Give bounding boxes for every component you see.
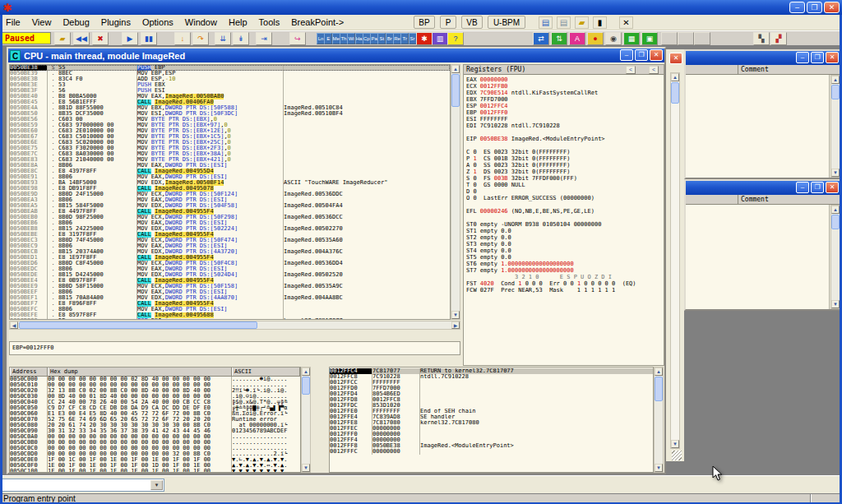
step-into-icon[interactable]: ↓ [174,32,191,45]
cpu-window-titlebar[interactable]: C CPU - main thread, module ImageRed – ❐… [8,49,664,62]
disasm-row[interactable]: 0050BE4A.8B1D 88F55000MOV EBX,DWORD PTR … [10,105,450,111]
scroll-down-button[interactable]: ▼ [451,311,460,319]
scroll-thumb[interactable] [831,215,840,229]
minimize-button[interactable]: – [796,52,809,63]
menu-item-tools[interactable]: Tools [253,16,286,29]
disasm-row[interactable]: 0050BEB6.8B06MOV EAX,DWORD PTR DS:[ESI] [10,220,450,226]
register-row[interactable]: D 0 [464,188,664,195]
menu-item-window[interactable]: Window [179,16,223,29]
disasm-row[interactable]: 0050BEF1.8B15 70A84A00MOV EDX,DWORD PTR … [10,295,450,301]
hidden-window-close-button[interactable]: ✕ [669,53,682,64]
disasm-row[interactable]: 0050BE50.8B35 DCF35000MOV ESI,DWORD PTR … [10,111,450,117]
register-row[interactable]: ESP 0012FFC4 [464,103,664,109]
menu-item-view[interactable]: View [26,16,58,29]
comment-window-1-titlebar[interactable]: – ❐ ✕ [686,51,840,65]
cascade-windows-icon[interactable]: ▞ [770,32,787,45]
dump-row[interactable]: 0050C1001F 00 1F 00 1F 00 1F 00 1F 00 1F… [10,469,300,473]
disasm-row[interactable]: 0050BF03.5EPOP ESIkernel32.7C817077 [10,318,450,320]
scroll-down-button[interactable]: ▼ [831,300,840,308]
scroll-up-button[interactable]: ▲ [831,76,840,84]
disasm-row[interactable]: 0050BEB8.8B15 24225000MOV EDX,DWORD PTR … [10,226,450,232]
disasm-row[interactable]: 0050BED1.E8 1E97F8FFCALL ImageRed.004955… [10,255,450,261]
register-row[interactable]: FCW 027F Prec NEAR,53 Mask 1 1 1 1 1 1 [464,287,664,294]
register-row[interactable]: ST4 empty 0.0 [464,247,664,254]
maximize-button[interactable]: ❐ [807,2,822,13]
toolbar-blank-button[interactable] [694,32,710,45]
menubar-close-button[interactable]: ✕ [619,16,633,29]
register-row[interactable]: ESI FFFFFFFF [464,116,664,123]
disasm-row[interactable]: 0050BEC3.8B0D 74F45000MOV ECX,DWORD PTR … [10,238,450,243]
folder-icon[interactable]: ▰ [575,16,589,29]
disassembly-pane[interactable]: 0050BE38$55PUSH EBP0050BE39.8BECMOV EBP,… [9,64,451,320]
disasm-row[interactable]: 0050BEA5.8B15 584F5000MOV EDX,DWORD PTR … [10,203,450,209]
calculator-icon[interactable]: ▦ [623,32,640,45]
disasm-row[interactable]: 0050BE45.E8 56B1EFFFCALL ImageRed.00406F… [10,99,450,105]
scroll-thumb[interactable] [655,377,663,401]
console-icon[interactable]: ▮ [593,16,607,29]
disasm-row[interactable]: 0050BE3F.56PUSH ESI [10,88,450,94]
toolbar-blank-button[interactable] [678,32,694,45]
record-icon[interactable]: ● [587,32,604,45]
register-row[interactable]: EDI 7C910228 ntdll.7C910228 [464,123,664,129]
sort-icon[interactable]: ⇅ [551,32,567,45]
comment-window-2-body[interactable] [686,205,830,309]
disasm-row[interactable]: 0050BE75.C683 F3020000 00MOV BYTE PTR DS… [10,146,450,151]
menu-item-help[interactable]: Help [223,16,253,29]
column-header-comment[interactable]: Comment [738,195,840,204]
registers-next-button[interactable]: < [649,66,659,74]
disasm-row[interactable]: 0050BE6E.C683 5C020000 00MOV BYTE PTR DS… [10,140,450,146]
animate-over-icon[interactable]: ↡ [233,32,249,45]
disassembly-vscrollbar[interactable]: ▲ ▼ [451,64,460,320]
register-row[interactable]: S 0 FS 003B 32bit 7FFDF000(FFF) [464,175,664,182]
scroll-down-button[interactable]: ▼ [302,464,310,472]
scroll-thumb[interactable] [831,85,840,99]
command-dropdown-button[interactable]: ▼ [150,480,163,490]
dump-vscrollbar[interactable]: ▲ ▼ [301,367,311,473]
disasm-row[interactable]: 0050BE3E.53PUSH EBX [10,82,450,88]
close-program-icon[interactable]: ✖ [92,32,109,45]
disasm-row[interactable]: 0050BE93.BA 14BF5000MOV EDX,ImageRed.005… [10,180,450,186]
stack-row[interactable]: 0012FFFC00000000 [330,449,653,455]
scroll-thumb[interactable] [451,74,460,107]
menu-item-debug[interactable]: Debug [57,16,95,29]
register-row[interactable]: ST2 empty 0.0 [464,234,664,241]
scroll-up-button[interactable]: ▲ [671,73,679,81]
register-row[interactable]: ST1 empty 0.0 [464,228,664,234]
registers-prev-button[interactable]: < [626,66,636,74]
scroll-thumb[interactable] [671,82,679,104]
menu-button-u-bpm[interactable]: U-BPM [488,16,525,29]
disasm-row[interactable]: 0050BE3B.83C4 F0ADD ESP,-10 [10,76,450,82]
screen-icon[interactable]: ▣ [641,32,658,45]
register-row[interactable]: EIP 0050BE38 ImageRed.<ModuleEntryPoint> [464,136,664,142]
spiral-icon[interactable]: ◉ [605,32,622,45]
menu-button-vb[interactable]: VB [461,16,483,29]
disassembly-hscrollbar[interactable]: ◀ ▶ [9,321,460,330]
stack-vscrollbar[interactable]: ▲ ▼ [654,367,664,473]
disasm-row[interactable]: 0050BEEF.8B06MOV EAX,DWORD PTR DS:[ESI] [10,289,450,295]
register-row[interactable] [464,201,664,208]
minimize-button[interactable]: – [796,182,809,193]
animate-into-icon[interactable]: ⇊ [215,32,231,45]
open-file-icon[interactable]: ▰ [54,32,71,45]
disasm-row[interactable]: 0050BEC9.8B06MOV EAX,DWORD PTR DS:[ESI] [10,243,450,249]
disasm-row[interactable]: 0050BE56.C603 00MOV BYTE PTR DS:[EBX],0 [10,117,450,123]
disasm-row[interactable]: 0050BE39.8BECMOV EBP,ESP [10,71,450,76]
menu-button-bp[interactable]: BP [414,16,435,29]
close-button[interactable]: ✕ [826,52,839,63]
stack-pane[interactable]: 0012FFC47C817077RETURN to kernel32.7C817… [329,367,654,473]
disasm-row[interactable]: 0050BEF7.E8 F896F8FFCALL ImageRed.004955… [10,301,450,307]
maximize-button[interactable]: ❐ [811,182,824,193]
hidden-window-scrollbar[interactable]: ▲ ▼ [670,72,680,449]
tile-windows-icon[interactable]: ▚ [753,32,770,45]
register-row[interactable]: ST7 empty 1.0000000000000000000 [464,267,664,274]
column-header-comment[interactable]: Comment [738,65,840,74]
scroll-left-button[interactable]: ◀ [10,321,18,329]
register-row[interactable]: ECX 0012FFB0 [464,83,664,90]
register-row[interactable]: O 0 LastErr ERROR_SUCCESS (00000000) [464,195,664,201]
register-row[interactable]: ST0 empty -UNORM B938 01050104 00000000 [464,221,664,228]
scroll-thumb[interactable] [302,377,310,395]
register-row[interactable]: ST6 empty 1.0000000000000000000 [464,261,664,267]
run-icon[interactable]: ▶ [122,32,138,45]
resize-grip[interactable] [672,451,682,460]
disasm-row[interactable]: 0050BEDE.8B15 D4245000MOV EDX,DWORD PTR … [10,272,450,278]
